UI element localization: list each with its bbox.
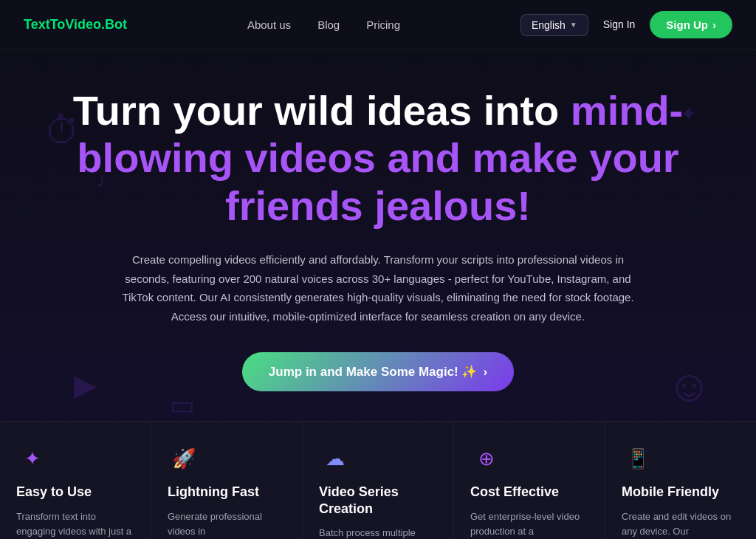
hero-title-white: Turn your wild ideas into	[73, 87, 560, 134]
feature-title-fast: Lightning Fast	[168, 484, 286, 501]
nav-links: About us Blog Pricing	[247, 18, 400, 31]
feature-desc-fast: Generate professional videos in	[168, 509, 286, 539]
feature-card-cost: ⊕ Cost Effective Get enterprise-level vi…	[454, 421, 605, 539]
feature-desc-cost: Get enterprise-level video production at…	[470, 509, 588, 539]
feature-title-mobile: Mobile Friendly	[622, 484, 740, 501]
language-selector[interactable]: English ▼	[520, 14, 588, 36]
feature-desc-mobile: Create and edit videos on any device. Ou…	[622, 509, 740, 539]
smiley-icon: ☺	[667, 360, 712, 411]
nav-about[interactable]: About us	[247, 18, 291, 31]
chevron-down-icon: ▼	[570, 21, 577, 29]
navbar: TextToVideo.Bot About us Blog Pricing En…	[0, 0, 756, 50]
cloud-upload-icon: ☁	[319, 442, 351, 475]
features-section: ✦ Easy to Use Transform text into engagi…	[0, 421, 756, 539]
arrow-right-icon: ›	[484, 365, 488, 380]
play-icon: ▶	[74, 368, 97, 402]
feature-title-cost: Cost Effective	[470, 484, 588, 501]
hero-title: Turn your wild ideas into mind-blowing v…	[44, 87, 712, 230]
feature-card-lightning-fast: 🚀 Lightning Fast Generate professional v…	[151, 421, 303, 539]
feature-desc-series: Batch process multiple videos and mainta…	[319, 526, 437, 539]
sign-in-button[interactable]: Sign In	[603, 18, 636, 31]
feature-card-mobile: 📱 Mobile Friendly Create and edit videos…	[605, 421, 756, 539]
cta-button[interactable]: Jump in and Make Some Magic! ✨ ›	[242, 352, 514, 391]
hero-section: ⏱ ♪ ▶ ▭ ☺ ✦ Turn your wild ideas into mi…	[0, 50, 756, 421]
arrow-icon: ›	[712, 18, 716, 31]
logo: TextToVideo.Bot	[24, 17, 127, 32]
rocket-icon: 🚀	[168, 442, 200, 475]
feature-card-series: ☁ Video Series Creation Batch process mu…	[303, 421, 454, 539]
hero-subtitle: Create compelling videos efficiently and…	[120, 250, 636, 326]
nav-actions: English ▼ Sign In Sign Up ›	[520, 11, 732, 38]
feature-card-easy-to-use: ✦ Easy to Use Transform text into engagi…	[0, 421, 151, 539]
nav-blog[interactable]: Blog	[317, 18, 340, 31]
sparkles-icon: ✦	[16, 442, 49, 475]
language-label: English	[532, 19, 566, 31]
sign-up-button[interactable]: Sign Up ›	[650, 11, 732, 38]
feature-title-easy: Easy to Use	[16, 484, 134, 501]
target-icon: ⊕	[470, 442, 503, 475]
nav-pricing[interactable]: Pricing	[366, 18, 400, 31]
video-icon: ▭	[170, 390, 195, 421]
feature-desc-easy: Transform text into engaging videos with…	[16, 509, 134, 539]
feature-title-series: Video Series Creation	[319, 484, 437, 517]
mobile-icon: 📱	[622, 442, 654, 475]
cta-label: Jump in and Make Some Magic! ✨	[269, 364, 478, 380]
